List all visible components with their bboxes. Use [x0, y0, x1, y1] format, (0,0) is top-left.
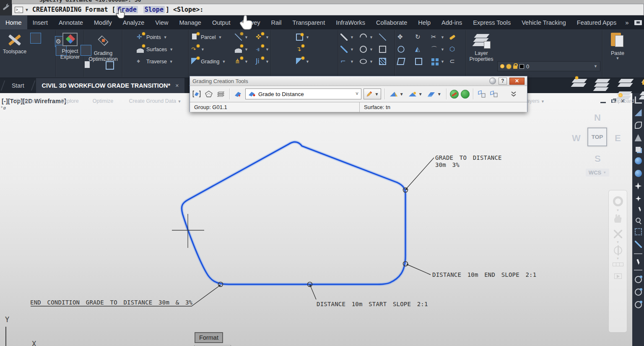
pipe-network-menu[interactable]: Ji▼ [256, 58, 269, 65]
ribbon-tab-addins[interactable]: Add-ins [436, 16, 467, 29]
properties-palette-icon[interactable] [30, 33, 41, 44]
geolocation-icon[interactable] [635, 157, 642, 164]
copy-grading-dropdown[interactable]: ▼ [407, 88, 424, 99]
create-grading-dropdown[interactable]: ▼ [388, 88, 405, 99]
recent-commands-caret-icon[interactable]: ▼ [25, 8, 29, 12]
drawing-tab[interactable]: CIVIL 3D WORKFLOW GRADE TRANSITION* × [36, 78, 185, 93]
explode-tool[interactable]: ⬡ [449, 46, 457, 53]
ribbon-tab-home[interactable]: Home [0, 16, 27, 29]
spline-tool[interactable] [379, 34, 386, 41]
criteria-set-icon[interactable] [216, 89, 226, 99]
rotate-tool[interactable]: ↻ [415, 34, 422, 41]
select-cursor-icon[interactable] [638, 207, 641, 211]
profile-view-menu[interactable]: ▼ [296, 34, 309, 41]
copy-tool[interactable] [397, 46, 405, 53]
section-views-menu[interactable]: ▼ [296, 58, 309, 65]
elevation-editor-icon[interactable] [477, 89, 487, 99]
ribbon-tab-insert[interactable]: Insert [27, 16, 53, 29]
viewcube-top-face[interactable]: TOP [587, 127, 607, 146]
sample-lines-menu[interactable]: ↴ [296, 46, 303, 53]
traverse-menu[interactable]: ⌖ Traverse▼ [137, 58, 173, 65]
layer-unisolate-icon[interactable] [593, 78, 600, 85]
ribbon-tab-vehicle-tracking[interactable]: Vehicle Tracking [516, 16, 571, 29]
command-palette-icon[interactable] [106, 61, 114, 70]
paste-button[interactable]: Paste ▼ [606, 32, 629, 61]
create-ground-data-panel-label[interactable]: Create Ground Data ▼ [122, 98, 188, 106]
navigation-star-icon[interactable] [635, 182, 642, 190]
select-criteria-icon[interactable] [233, 89, 243, 99]
ribbon-tab-infraworks[interactable]: InfraWorks [330, 16, 371, 29]
edit-region-icon[interactable] [635, 228, 642, 235]
grading-editor-icon[interactable] [450, 90, 459, 99]
surfaces-menu[interactable]: Surfaces▼ [137, 46, 173, 53]
drawing-canvas[interactable]: [-][Top][2D Wireframe] °ø × N W E S TOP … [0, 93, 644, 346]
set-target-surface-icon[interactable] [204, 89, 214, 99]
viewcube-north[interactable]: N [594, 112, 601, 123]
array-tool[interactable]: ▼ [431, 58, 444, 65]
drafting-tool-icon[interactable] [635, 134, 642, 141]
visibility-tool-icon[interactable] [635, 122, 642, 129]
line-tool[interactable]: ▼ [340, 34, 354, 41]
intersection-menu[interactable]: ✜▼ [256, 34, 269, 41]
ribbon-tab-view[interactable]: View [150, 16, 174, 29]
polyline-tool[interactable]: ⌐▼ [340, 58, 354, 65]
points-menu[interactable]: ✛ Points▼ [137, 34, 167, 41]
start-tab[interactable]: Start [6, 78, 30, 93]
ribbon-display-toggle[interactable]: ▼ [631, 16, 644, 29]
fillet-tool[interactable]: ⌒▼ [431, 46, 444, 53]
move-star-icon[interactable] [635, 196, 641, 202]
command-option-grade[interactable]: Grade [117, 6, 138, 13]
ribbon-tab-survey[interactable]: Survey [236, 16, 265, 29]
viewcube-south[interactable]: S [595, 153, 601, 164]
arc-tool[interactable]: ▼ [360, 34, 373, 41]
big-select-icon[interactable] [636, 259, 640, 265]
grading-optimization-button[interactable]: Grading Optimization [86, 34, 120, 62]
navigation-bar[interactable]: ▼ ▼ ▼ [608, 190, 627, 333]
close-tab-icon[interactable]: × [175, 82, 179, 89]
mirror-tool[interactable]: ◭ [415, 46, 422, 53]
ribbon-tab-manage[interactable]: Manage [174, 16, 207, 29]
viewcube-west[interactable]: W [572, 133, 581, 144]
erase-tool[interactable] [449, 34, 457, 41]
orbit-icon[interactable] [614, 246, 622, 255]
feature-line-menu[interactable]: ▼ [235, 34, 248, 41]
offset-tool[interactable]: ⊂ [449, 58, 457, 65]
sheets-tool-icon[interactable] [636, 147, 641, 152]
scale-tool[interactable] [415, 58, 422, 65]
project-explorer-button[interactable]: Project Explorer [57, 33, 83, 60]
alignment-menu[interactable]: ↷ ▼ [191, 46, 205, 53]
grading-menu[interactable]: Grading▼ [191, 58, 226, 65]
command-input-window[interactable]: >_ ▼ CREATEGRADING Format [ Grade Slope … [12, 4, 644, 16]
point-tool[interactable]: ▼ [340, 46, 354, 53]
ribbon-tab-help[interactable]: Help [413, 16, 436, 29]
layer-match-icon[interactable] [638, 90, 644, 97]
ribbon-tab-modify[interactable]: Modify [88, 16, 117, 29]
play-motion-icon[interactable] [614, 273, 622, 279]
grading-tools-icon[interactable] [489, 89, 499, 99]
grading-group-properties-icon[interactable] [461, 90, 470, 99]
dialog-title-bar[interactable]: Grading Creation Tools ? ✕ [190, 76, 527, 86]
ellipse-tool[interactable]: ▼ [360, 58, 373, 65]
layer-dropdown[interactable]: 0 ▼ [497, 61, 600, 71]
autohide-icon[interactable] [489, 78, 496, 84]
layer-isolate-icon[interactable] [570, 78, 577, 85]
customize-icon[interactable] [0, 0, 12, 16]
circle-tool[interactable]: ▼ [360, 46, 373, 53]
ribbon-tab-rail[interactable]: Rail [266, 16, 287, 29]
palettes-panel-label[interactable]: Palettes ▼ [0, 98, 56, 106]
zoom-icon[interactable] [614, 230, 622, 238]
toolspace-button[interactable]: Toolspace [2, 32, 28, 55]
command-line-icon[interactable]: >_ [15, 7, 23, 13]
expand-toolbar-icon[interactable] [509, 89, 519, 99]
ribbon-tab-transparent[interactable]: Transparent [287, 16, 331, 29]
set-grading-group-icon[interactable] [192, 89, 202, 99]
steering-wheel-icon[interactable] [613, 196, 623, 206]
move-tool[interactable]: ✥ [397, 34, 405, 41]
viewcube-east[interactable]: E [615, 133, 621, 144]
globe-icon[interactable] [635, 170, 642, 177]
profile-menu[interactable]: ▼ [235, 46, 248, 53]
command-option-slope[interactable]: Slope [143, 6, 165, 13]
layer-off-icon[interactable] [615, 90, 622, 97]
orbit-tool-icon-3[interactable] [635, 301, 642, 308]
ribbon-tab-collaborate[interactable]: Collaborate [371, 16, 413, 29]
